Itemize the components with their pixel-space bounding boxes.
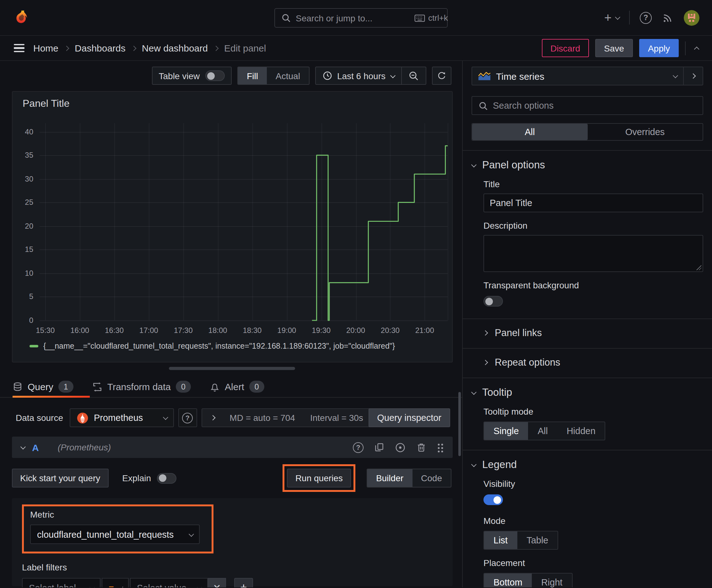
query-header[interactable]: A (Prometheus) ? xyxy=(12,437,453,458)
datasource-help-button[interactable]: ? xyxy=(178,408,197,427)
breadcrumb-dashboards[interactable]: Dashboards xyxy=(75,43,126,54)
add-filter-button[interactable]: + xyxy=(234,578,253,587)
visualization-picker[interactable]: Time series xyxy=(472,67,683,85)
zoom-out-button[interactable] xyxy=(402,71,426,81)
breadcrumb-home[interactable]: Home xyxy=(33,43,58,54)
legend-label[interactable]: {__name__="cloudflared_tunnel_total_requ… xyxy=(43,342,395,351)
builder-code-segmented: Builder Code xyxy=(367,469,451,487)
eye-icon[interactable] xyxy=(395,442,406,453)
tooltip-mode-segmented: Single All Hidden xyxy=(483,422,606,440)
explain-toggle[interactable] xyxy=(157,473,176,483)
placement-right-option[interactable]: Right xyxy=(532,573,572,587)
run-queries-button[interactable]: Run queries xyxy=(287,469,351,487)
discard-button[interactable]: Discard xyxy=(542,39,589,57)
fill-option[interactable]: Fill xyxy=(238,67,267,84)
duplicate-icon[interactable] xyxy=(374,442,384,452)
repeat-options-section[interactable]: Repeat options xyxy=(483,357,703,368)
y-axis-tick-label: 30 xyxy=(13,174,33,183)
tab-all[interactable]: All xyxy=(472,124,587,140)
kick-start-query-button[interactable]: Kick start your query xyxy=(12,469,108,487)
grafana-logo-icon[interactable] xyxy=(13,9,29,26)
metric-select[interactable]: cloudflared_tunnel_total_requests xyxy=(30,525,200,544)
legend-list-option[interactable]: List xyxy=(484,531,517,549)
datasource-picker[interactable]: Prometheus xyxy=(70,408,174,427)
avatar[interactable] xyxy=(684,10,699,25)
query-toolbar: Kick start your query Explain Run querie… xyxy=(12,464,453,492)
query-inspector-button[interactable]: Query inspector xyxy=(368,408,450,427)
save-button[interactable]: Save xyxy=(595,39,633,57)
main-area: Table view Fill Actual Last 6 hours xyxy=(0,61,712,587)
scrollbar-thumb[interactable] xyxy=(458,392,461,456)
resize-handle[interactable] xyxy=(169,367,295,370)
help-icon: ? xyxy=(182,413,193,423)
transparent-background-toggle[interactable] xyxy=(483,296,503,307)
help-button[interactable]: ? xyxy=(640,12,652,24)
options-search-input[interactable] xyxy=(493,101,696,110)
tooltip-single-option[interactable]: Single xyxy=(484,422,528,440)
breadcrumb-separator xyxy=(213,45,218,51)
refresh-button[interactable] xyxy=(432,67,451,85)
legend-visibility-toggle[interactable] xyxy=(483,495,503,505)
x-axis-tick-label: 19:00 xyxy=(271,326,302,335)
help-icon: ? xyxy=(640,12,652,24)
panel[interactable]: Panel Title 051015202530354015:3016:0016… xyxy=(12,91,453,362)
operator-dropdown[interactable]: = xyxy=(102,578,129,587)
chevron-down-icon xyxy=(471,389,477,395)
panel-options-section[interactable]: Panel options xyxy=(472,159,703,171)
new-menu-button[interactable]: + xyxy=(604,11,619,24)
grid-line-x xyxy=(448,123,448,320)
chevron-down-icon xyxy=(471,162,477,167)
query-help-icon[interactable]: ? xyxy=(353,442,364,453)
description-textarea[interactable] xyxy=(483,235,703,272)
table-view-toggle[interactable] xyxy=(205,70,225,81)
chevron-right-icon xyxy=(210,415,215,421)
legend-body: Visibility Mode List Table Placement Bot… xyxy=(483,479,703,587)
select-label-dropdown[interactable]: Select label xyxy=(22,578,101,587)
resize-corner-icon[interactable] xyxy=(696,265,701,270)
tab-query[interactable]: Query 1 xyxy=(13,381,73,393)
max-data-points: MD = auto = 704 xyxy=(230,413,295,423)
drag-handle-icon[interactable] xyxy=(437,443,444,452)
legend-table-option[interactable]: Table xyxy=(517,531,558,549)
breadcrumb-new-dashboard[interactable]: New dashboard xyxy=(142,43,208,54)
divider xyxy=(463,378,712,378)
breadcrumb-edit-panel: Edit panel xyxy=(224,43,266,54)
y-axis-tick-label: 20 xyxy=(13,222,33,231)
chevron-down-icon xyxy=(390,72,395,78)
divider xyxy=(463,348,712,349)
collapse-options-button[interactable] xyxy=(692,46,703,50)
panel-links-section[interactable]: Panel links xyxy=(483,327,703,339)
zoom-out-icon xyxy=(409,71,419,81)
trash-icon[interactable] xyxy=(416,442,426,452)
divider xyxy=(629,11,630,24)
legend-section[interactable]: Legend xyxy=(472,459,703,470)
tooltip-all-option[interactable]: All xyxy=(528,422,557,440)
options-search[interactable] xyxy=(472,96,703,115)
code-option[interactable]: Code xyxy=(412,469,451,487)
query-builder-editor: Metric cloudflared_tunnel_total_requests… xyxy=(12,498,453,586)
placement-label: Placement xyxy=(483,558,703,568)
bell-icon xyxy=(210,382,220,392)
remove-filter-button[interactable]: ✕ xyxy=(208,578,226,587)
apply-button[interactable]: Apply xyxy=(639,39,679,57)
builder-option[interactable]: Builder xyxy=(367,469,412,487)
tooltip-hidden-option[interactable]: Hidden xyxy=(557,422,605,440)
tooltip-section[interactable]: Tooltip xyxy=(472,386,703,398)
panel-title-input[interactable] xyxy=(483,193,703,212)
tab-transform-data[interactable]: Transform data 0 xyxy=(92,381,191,393)
time-range-picker[interactable]: Last 6 hours xyxy=(316,71,401,81)
tab-overrides[interactable]: Overrides xyxy=(587,124,703,140)
global-search-input[interactable] xyxy=(296,13,409,23)
query-ref-id: A xyxy=(32,442,39,453)
editor-tabs: Query 1 Transform data 0 Alert 0 xyxy=(0,376,462,398)
viz-suggestions-button[interactable] xyxy=(683,67,703,85)
actual-option[interactable]: Actual xyxy=(267,67,309,84)
placement-bottom-option[interactable]: Bottom xyxy=(484,573,532,587)
menu-toggle-icon[interactable] xyxy=(14,44,24,52)
news-button[interactable] xyxy=(662,12,674,24)
global-search[interactable]: ctrl+k xyxy=(274,8,448,28)
select-value-dropdown[interactable]: Select value xyxy=(130,578,208,587)
chevron-down-icon xyxy=(20,444,26,449)
transform-icon xyxy=(92,382,102,392)
tab-alert[interactable]: Alert 0 xyxy=(210,381,264,393)
